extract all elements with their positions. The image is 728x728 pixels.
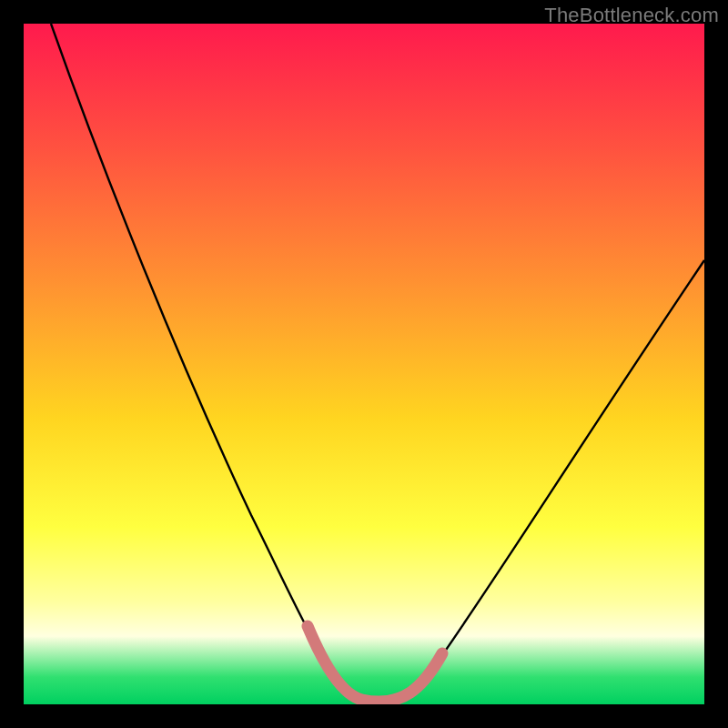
bottleneck-curve-svg [24, 24, 704, 704]
bottleneck-curve-path [51, 24, 704, 701]
chart-plot-area [24, 24, 704, 704]
highlight-band-path [308, 626, 442, 702]
watermark-text: TheBottleneck.com [544, 4, 719, 27]
